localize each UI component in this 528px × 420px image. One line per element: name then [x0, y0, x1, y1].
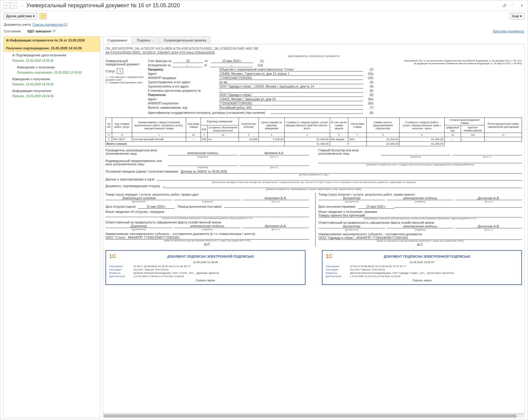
- other-actions-button[interactable]: Другие действия ▾: [3, 13, 38, 20]
- tab-content[interactable]: Содержимое: [103, 36, 132, 44]
- tab-signatures[interactable]: Подписи ...: [132, 36, 159, 44]
- toolbar: Другие действия ▾ ⬚ Еще ▾: [0, 11, 528, 21]
- sidebar-item[interactable]: ⊖ Подтверждение даты получения: [4, 52, 100, 58]
- sidebar-header[interactable]: ⊖ Информация отправителя № 16 от 15.05.2…: [4, 37, 100, 45]
- forward-button[interactable]: →: [11, 2, 17, 9]
- back-button[interactable]: ←: [3, 2, 10, 9]
- more-button[interactable]: Еще ▾: [510, 13, 525, 20]
- tab-memo[interactable]: Сопроводительная записка: [159, 36, 211, 44]
- signature-stamp: 1CДОКУМЕНТ ПОДПИСАН ЭЛЕКТРОННОЙ ПОДПИСЬЮ…: [105, 250, 306, 285]
- doc-id: ON_NSCHFDOPPR_2AL-A7303297-E6CA-4BD6-A73…: [105, 47, 522, 55]
- state-label: Состояние:: [4, 29, 22, 33]
- main-area: Содержимое Подписи ... Сопроводительная …: [103, 36, 525, 418]
- favorite-icon[interactable]: ☆: [20, 3, 24, 8]
- table-total-row: Всего к оплате 51 000,00 Х 10 200,00 61 …: [106, 142, 522, 146]
- state-row: Состояние: ЭДО завершен ⟳ Карточка докум…: [0, 28, 528, 35]
- sender-block: Товар (груз) передал / услуги, результат…: [105, 193, 309, 246]
- 1c-logo-icon: 1C: [109, 253, 116, 260]
- refresh-icon[interactable]: ⟳: [52, 29, 56, 33]
- nav-buttons: ← →: [3, 2, 17, 9]
- documents-link[interactable]: Список документов (2): [32, 23, 68, 26]
- tabs: Содержимое Подписи ... Сопроводительная …: [103, 36, 525, 44]
- items-table: № п/п Код товара/ работ, услуг Наименова…: [105, 117, 522, 146]
- 1c-logo-icon: 1C: [326, 253, 333, 260]
- link-icon[interactable]: 🔗: [502, 2, 508, 8]
- sidebar-item[interactable]: Извещение о получении: [4, 76, 100, 82]
- state-value: ЭДО завершен: [27, 29, 51, 33]
- close-icon[interactable]: ✕: [519, 2, 525, 8]
- tree-icon-button[interactable]: ⬚: [39, 13, 47, 19]
- table-row: 1ЮК-15/17Костюм женский летний--796шт10,…: [106, 137, 522, 142]
- sidebar-item[interactable]: Информация получателя: [4, 88, 100, 94]
- sidebar-status: Получен, 15.05.2020 12:05:45: [4, 58, 100, 64]
- window-title: Универсальный передаточный документ № 16…: [26, 2, 180, 9]
- app-window: ← → ☆ Универсальный передаточный докумен…: [0, 0, 528, 420]
- sidebar-status: Получен, 15.05.2020 14:24:35: [4, 82, 100, 88]
- signature-stamp: 1CДОКУМЕНТ ПОДПИСАН ЭЛЕКТРОННОЙ ПОДПИСЬЮ…: [322, 250, 522, 285]
- document-card-link[interactable]: Карточка документа: [493, 29, 524, 33]
- documents-line: Документы учета: Список документов (2): [0, 21, 528, 28]
- doc-id-label: идентификатор электронного документа: [105, 55, 522, 58]
- horizontal-scrollbar[interactable]: [103, 414, 525, 418]
- titlebar: ← → ☆ Универсальный передаточный докумен…: [0, 0, 528, 11]
- sidebar-item[interactable]: Извещение о получении: [4, 64, 100, 70]
- menu-icon[interactable]: ⋮: [510, 2, 516, 8]
- sidebar-status: Отправлен получателю, 15.05.2020 12:05:5…: [4, 70, 100, 76]
- upd-status-block: Универсальный передаточный документ Стат…: [105, 59, 145, 115]
- sidebar-confirmation: Получено подтверждение, 15.05.2020 14:24…: [4, 45, 100, 52]
- sidebar: ⊖ Информация отправителя № 16 от 15.05.2…: [3, 36, 100, 418]
- appendix-note: Приложение № 1 к постановлению Правитель…: [376, 59, 522, 115]
- document-content: ON_NSCHFDOPPR_2AL-A7303297-E6CA-4BD6-A73…: [103, 44, 525, 414]
- sidebar-status: Получен, 15.05.2020 14:24:36: [4, 94, 100, 100]
- signature-stamps: 1CДОКУМЕНТ ПОДПИСАН ЭЛЕКТРОННОЙ ПОДПИСЬЮ…: [105, 250, 522, 285]
- receiver-block: Товар (груз) получил / услуги, результат…: [315, 193, 522, 246]
